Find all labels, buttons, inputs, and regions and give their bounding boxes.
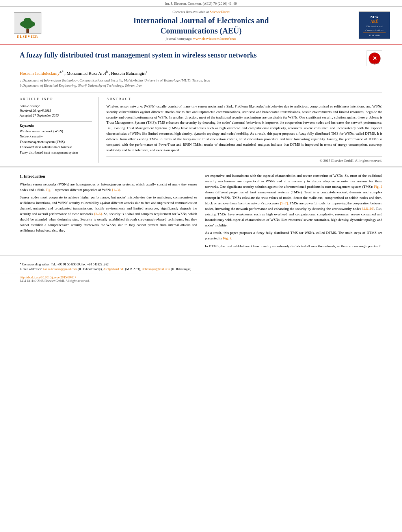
author3-sup: a — [146, 70, 147, 74]
svg-text:Electronics and: Electronics and — [366, 25, 383, 28]
email1-link[interactable]: Tanha.hossein@gmail.com — [43, 267, 77, 271]
intro-para1: Wireless sensor networks (WSNs) are homo… — [20, 182, 197, 193]
journal-header: ELSEVIER Contents lists available at Sci… — [0, 7, 402, 44]
article-title-row: A fuzzy fully distributed trust manageme… — [20, 50, 382, 66]
footnote-star: * Corresponding author. Tel.: +98 91 554… — [20, 262, 382, 267]
journal-homepage: journal homepage: www.elsevier.com/locat… — [51, 37, 351, 41]
journal-center: Contents lists available at ScienceDirec… — [43, 10, 359, 41]
issn-text: 1434-8411/© 2015 Elsevier GmbH. All righ… — [20, 279, 90, 283]
svg-text:NEW: NEW — [370, 15, 379, 19]
keyword-5: Fuzzy distributed trust management syste… — [20, 150, 92, 156]
homepage-link[interactable]: www.elsevier.com/locate/aeue — [193, 37, 236, 41]
sciencedirect-link[interactable]: ScienceDirect — [210, 10, 229, 14]
article-history: Article history: Received 26 April 2015 … — [20, 104, 92, 117]
keyword-1: Wireless sensor network (WSN) — [20, 129, 92, 134]
ref3-6[interactable]: [3–6] — [94, 212, 102, 216]
affil-b: b Department of Electrical Engineering, … — [20, 83, 382, 89]
journal-logo-right: NEW AEÜ Electronics and Communications E… — [359, 11, 390, 39]
abstract-col: ABSTRACT Wireless sensor networks (WSNs)… — [106, 97, 382, 163]
body-col-right: are expensive and inconsistent with the … — [205, 173, 382, 252]
author2-sup: b — [106, 70, 108, 74]
journal-title: International Journal of Electronics and… — [51, 15, 351, 36]
elsevier-label: ELSEVIER — [17, 35, 38, 39]
ref4-8-10[interactable]: [4,8–10] — [362, 207, 374, 211]
crossmark-badge[interactable]: ✕ CrossMark — [367, 50, 382, 66]
ref1-3[interactable]: [1–3] — [112, 188, 120, 192]
elsevier-logo: ELSEVIER — [12, 12, 43, 39]
svg-text:AEÜ: AEÜ — [370, 19, 378, 24]
sciencedirect-line: Contents lists available at ScienceDirec… — [51, 10, 351, 14]
author1-link[interactable]: Hossein Jadidoleslamy — [20, 71, 60, 76]
intro-heading: 1. Introduction — [20, 173, 197, 180]
body-col-left: 1. Introduction Wireless sensor networks… — [20, 173, 197, 252]
keyword-2: Network security — [20, 134, 92, 139]
footnotes: * Corresponding author. Tel.: +98 91 554… — [0, 256, 402, 274]
svg-text:Communications: Communications — [365, 29, 383, 32]
affil-a: a Department of Information Technology, … — [20, 78, 382, 83]
top-bar: Int. J. Electron. Commun. (AEÜ) 70 (2016… — [0, 0, 402, 7]
svg-rect-5 — [26, 29, 29, 33]
journal-citation: Int. J. Electron. Commun. (AEÜ) 70 (2016… — [165, 2, 237, 6]
page: Int. J. Electron. Commun. (AEÜ) 70 (2016… — [0, 0, 402, 532]
authors-line: Hossein Jadidoleslamya,* , Mohammad Reza… — [20, 70, 382, 76]
doi-link[interactable]: http://dx.doi.org/10.1016/j.aeue.2015.09… — [20, 276, 76, 279]
email3-name: (H. Bahramgiri). — [171, 267, 192, 271]
author1-sup: a,* — [60, 70, 63, 74]
footnote-emails: E-mail addresses: Tanha.hossein@gmail.co… — [20, 267, 382, 272]
main-content: A fuzzy fully distributed trust manageme… — [0, 44, 402, 167]
affiliations: a Department of Information Technology, … — [20, 78, 382, 89]
body-section: 1. Introduction Wireless sensor networks… — [0, 167, 402, 256]
keyword-3: Trust management system (TMS) — [20, 139, 92, 145]
fig1-ref[interactable]: Fig. 1 — [46, 188, 54, 192]
copyright: © 2015 Elsevier GmbH. All rights reserve… — [106, 156, 382, 163]
abstract-heading: ABSTRACT — [106, 97, 382, 101]
svg-text:✕: ✕ — [372, 56, 377, 61]
bottom-bar: http://dx.doi.org/10.1016/j.aeue.2015.09… — [0, 274, 402, 284]
email2-link[interactable]: Aref@sharif.edu — [103, 267, 125, 271]
svg-text:ELSEVIER: ELSEVIER — [369, 34, 380, 37]
svg-point-4 — [23, 22, 32, 29]
intro-para4: As a result, this paper proposes a fuzzy… — [205, 230, 382, 241]
article-title: A fuzzy fully distributed trust manageme… — [20, 51, 257, 59]
email1-name: (H. Jadidoleslamy), — [78, 267, 102, 271]
fig2-ref[interactable]: Fig. 2 — [374, 185, 382, 189]
svg-rect-11 — [363, 33, 385, 33]
author3: , Hossein Bahramgiri — [109, 71, 146, 76]
article-title-text: A fuzzy fully distributed trust manageme… — [20, 50, 367, 60]
keyword-4: Trustworthiness calculation or forecast — [20, 145, 92, 150]
svg-text:CrossMark: CrossMark — [370, 63, 380, 65]
article-info-heading: ARTICLE INFO — [20, 97, 92, 101]
intro-para2: Sensor nodes must cooperate to achieve h… — [20, 195, 197, 234]
article-info-abstract: ARTICLE INFO Article history: Received 2… — [20, 93, 382, 163]
article-info-col: ARTICLE INFO Article history: Received 2… — [20, 97, 99, 163]
intro-para3: are expensive and inconsistent with the … — [205, 173, 382, 228]
abstract-text: Wireless sensor networks (WSNs) usually … — [106, 104, 382, 153]
elsevier-logo-image — [14, 12, 41, 34]
ref5-7[interactable]: [5–7] — [280, 201, 288, 205]
keywords-label: Keywords: — [20, 124, 92, 128]
keywords-section: Keywords: Wireless sensor network (WSN) … — [20, 124, 92, 156]
author2: , Mohammad Reza Aref — [64, 71, 106, 76]
email3-link[interactable]: Bahramgiri@mut.ac.ir — [142, 267, 170, 271]
intro-para5: In DTMS, the trust establishment functio… — [205, 244, 382, 249]
email2-name: (M.R. Aref), — [125, 267, 142, 271]
accepted-date: Accepted 27 September 2015 — [20, 113, 92, 117]
received-date: Received 26 April 2015 — [20, 109, 92, 113]
history-label: Article history: — [20, 104, 92, 108]
fig3-ref[interactable]: Fig. 3 — [223, 236, 231, 240]
